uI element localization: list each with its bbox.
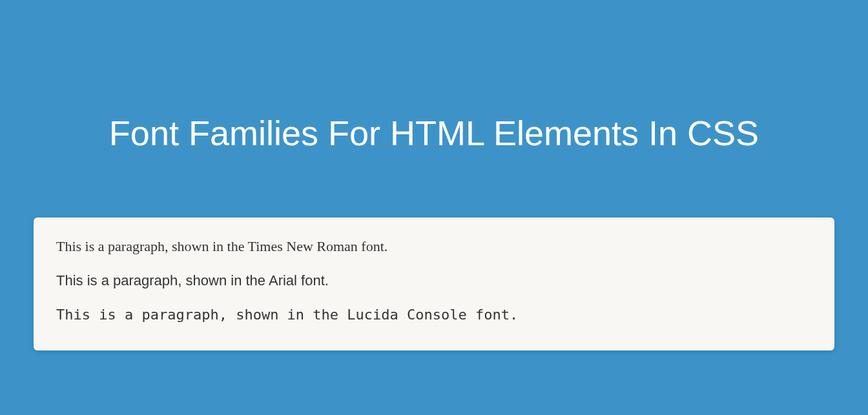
example-card: This is a paragraph, shown in the Times … xyxy=(34,218,834,350)
paragraph-times: This is a paragraph, shown in the Times … xyxy=(56,237,812,257)
paragraph-arial: This is a paragraph, shown in the Arial … xyxy=(56,271,812,291)
page-heading: Font Families For HTML Elements In CSS xyxy=(109,113,759,153)
paragraph-lucida: This is a paragraph, shown in the Lucida… xyxy=(56,305,812,325)
